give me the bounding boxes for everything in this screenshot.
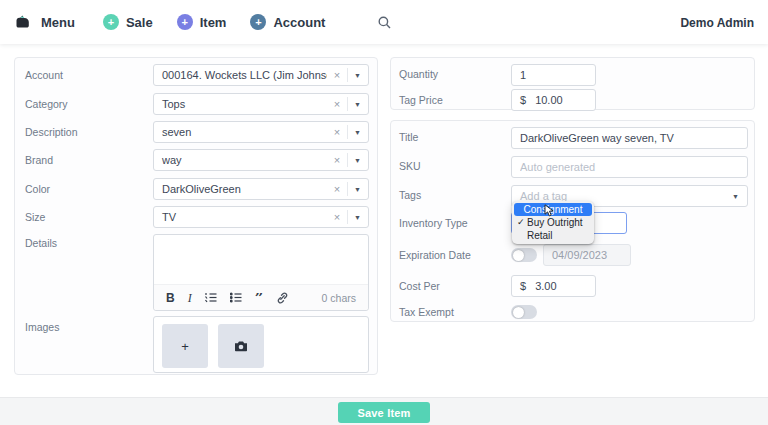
new-sale-button[interactable]: + Sale <box>103 14 153 30</box>
brand-label: Brand <box>25 154 53 166</box>
clear-icon[interactable]: × <box>327 211 347 223</box>
plus-icon: + <box>177 14 193 30</box>
search-icon[interactable] <box>378 15 391 33</box>
details-toolbar: B I ” <box>154 284 368 310</box>
clear-icon[interactable]: × <box>327 183 347 195</box>
dropdown-option-retail[interactable]: Retail <box>514 229 592 242</box>
chevron-down-icon[interactable]: ▼ <box>347 153 368 167</box>
new-account-button[interactable]: + Account <box>250 14 325 30</box>
ordered-list-icon[interactable] <box>205 292 217 303</box>
images-label: Images <box>25 321 59 333</box>
mouse-cursor <box>544 203 555 221</box>
new-item-button[interactable]: + Item <box>177 14 227 30</box>
plus-icon: + <box>181 339 189 354</box>
details-label: Details <box>25 237 57 249</box>
expiration-date-label: Expiration Date <box>399 249 471 261</box>
chevron-down-icon[interactable]: ▼ <box>347 182 368 196</box>
size-select[interactable]: TV × ▼ <box>153 206 369 228</box>
sku-label: SKU <box>399 160 421 172</box>
chevron-down-icon[interactable]: ▼ <box>347 210 368 224</box>
new-account-label: Account <box>273 15 325 30</box>
top-navigation-bar: Menu + Sale + Item + Account Demo Admin <box>0 0 768 44</box>
title-input[interactable] <box>511 127 748 149</box>
expiration-date-input: 04/09/2023 <box>543 244 631 266</box>
tags-label: Tags <box>399 189 421 201</box>
tag-price-input[interactable]: $ 10.00 <box>511 89 596 111</box>
quantity-label: Quantity <box>399 68 438 80</box>
sku-input[interactable] <box>511 156 748 178</box>
menu-button[interactable]: Menu <box>41 15 75 30</box>
details-editor[interactable]: B I ” <box>153 234 369 311</box>
title-label: Title <box>399 131 418 143</box>
images-container: + <box>153 316 369 373</box>
chevron-down-icon[interactable]: ▼ <box>347 68 368 82</box>
logo-icon[interactable] <box>14 14 31 30</box>
bold-icon[interactable]: B <box>166 292 175 304</box>
camera-icon <box>234 340 248 352</box>
option-label: Retail <box>527 230 553 241</box>
tag-price-label: Tag Price <box>399 94 443 106</box>
size-label: Size <box>25 211 45 223</box>
blockquote-icon[interactable]: ” <box>255 293 264 303</box>
clear-icon[interactable]: × <box>327 154 347 166</box>
brand-value: way <box>154 154 327 166</box>
save-item-button[interactable]: Save Item <box>338 402 430 423</box>
chevron-down-icon[interactable]: ▼ <box>347 125 368 139</box>
tax-exempt-label: Tax Exempt <box>399 306 454 318</box>
color-value: DarkOliveGreen <box>154 183 327 195</box>
expiration-date-toggle[interactable] <box>511 248 537 262</box>
expiration-date-value: 04/09/2023 <box>552 249 607 261</box>
tax-exempt-toggle[interactable] <box>511 305 537 319</box>
color-label: Color <box>25 183 50 195</box>
inventory-type-label: Inventory Type <box>399 217 468 229</box>
cost-per-label: Cost Per <box>399 280 440 292</box>
description-select[interactable]: seven × ▼ <box>153 121 369 143</box>
currency-symbol: $ <box>520 94 526 106</box>
account-label: Account <box>25 69 63 81</box>
camera-button[interactable] <box>218 324 264 368</box>
char-count: 0 chars <box>322 292 356 304</box>
user-account-label[interactable]: Demo Admin <box>680 16 754 30</box>
new-sale-label: Sale <box>126 15 153 30</box>
chevron-down-icon[interactable]: ▼ <box>347 97 368 111</box>
size-value: TV <box>154 211 327 223</box>
cost-per-value: 3.00 <box>535 280 556 292</box>
quantity-price-card: Quantity Tag Price $ 10.00 <box>390 57 755 110</box>
currency-symbol: $ <box>520 280 526 292</box>
bullet-list-icon[interactable] <box>230 292 242 303</box>
category-select[interactable]: Tops × ▼ <box>153 93 369 115</box>
account-value: 000164. Wockets LLC (Jim Johnson) <box>154 69 327 81</box>
item-entry-page: Menu + Sale + Item + Account Demo Admin … <box>0 0 768 425</box>
description-value: seven <box>154 126 327 138</box>
quantity-input[interactable] <box>511 64 596 86</box>
clear-icon[interactable]: × <box>327 69 347 81</box>
item-details-card: Account 000164. Wockets LLC (Jim Johnson… <box>14 57 378 375</box>
clear-icon[interactable]: × <box>327 126 347 138</box>
brand-select[interactable]: way × ▼ <box>153 149 369 171</box>
color-select[interactable]: DarkOliveGreen × ▼ <box>153 178 369 200</box>
chevron-down-icon[interactable]: ▼ <box>724 193 747 200</box>
check-icon: ✓ <box>517 216 525 229</box>
description-label: Description <box>25 126 78 138</box>
clear-icon[interactable]: × <box>327 98 347 110</box>
tag-price-value: 10.00 <box>535 94 563 106</box>
add-image-button[interactable]: + <box>162 324 208 368</box>
plus-icon: + <box>103 14 119 30</box>
category-value: Tops <box>154 98 327 110</box>
cost-per-input[interactable]: $ 3.00 <box>511 275 596 297</box>
link-icon[interactable] <box>276 292 289 304</box>
new-item-label: Item <box>200 15 227 30</box>
plus-icon: + <box>250 14 266 30</box>
category-label: Category <box>25 98 68 110</box>
account-select[interactable]: 000164. Wockets LLC (Jim Johnson) × ▼ <box>153 64 369 86</box>
italic-icon[interactable]: I <box>188 292 192 304</box>
